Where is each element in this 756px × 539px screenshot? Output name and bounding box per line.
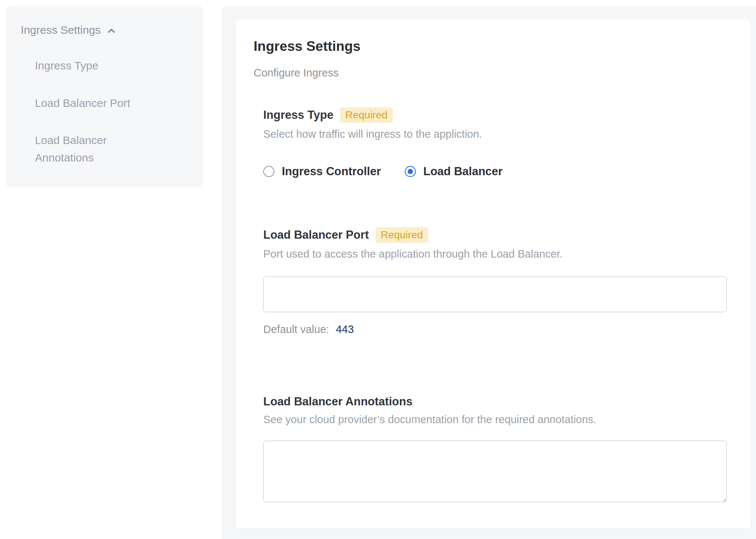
sidebar-group-ingress-settings[interactable]: Ingress Settings bbox=[21, 24, 188, 36]
radio-option-ingress-controller[interactable]: Ingress Controller bbox=[263, 165, 381, 178]
radio-option-load-balancer[interactable]: Load Balancer bbox=[405, 165, 503, 178]
load-balancer-port-input[interactable] bbox=[263, 277, 727, 312]
radio-button-icon bbox=[263, 166, 274, 177]
field-load-balancer-annotations: Load Balancer Annotations See your cloud… bbox=[254, 395, 727, 502]
required-badge: Required bbox=[375, 227, 428, 243]
ingress-settings-card: Ingress Settings Configure Ingress Ingre… bbox=[236, 19, 750, 528]
main-panel: Ingress Settings Configure Ingress Ingre… bbox=[222, 6, 756, 539]
ingress-type-help: Select how traffic will ingress to the a… bbox=[263, 128, 727, 140]
ingress-type-label: Ingress Type bbox=[263, 108, 333, 122]
radio-label: Load Balancer bbox=[423, 165, 503, 178]
default-value-row: Default value: 443 bbox=[263, 323, 727, 336]
chevron-up-icon bbox=[106, 25, 117, 36]
default-value: 443 bbox=[336, 323, 353, 335]
field-ingress-type: Ingress Type Required Select how traffic… bbox=[254, 107, 727, 178]
card-title: Ingress Settings bbox=[254, 39, 727, 54]
sidebar-item-load-balancer-annotations[interactable]: Load Balancer Annotations bbox=[21, 132, 151, 166]
field-load-balancer-port: Load Balancer Port Required Port used to… bbox=[254, 227, 727, 336]
load-balancer-port-label: Load Balancer Port bbox=[263, 228, 369, 242]
sidebar-group-label: Ingress Settings bbox=[21, 24, 101, 36]
sidebar-item-load-balancer-port[interactable]: Load Balancer Port bbox=[21, 95, 151, 112]
ingress-type-radio-group: Ingress Controller Load Balancer bbox=[263, 165, 727, 178]
load-balancer-annotations-textarea[interactable] bbox=[263, 441, 727, 502]
config-sidebar: Ingress Settings Ingress Type Load Balan… bbox=[6, 6, 203, 187]
radio-label: Ingress Controller bbox=[282, 165, 381, 178]
load-balancer-annotations-label: Load Balancer Annotations bbox=[263, 395, 413, 408]
load-balancer-port-help: Port used to access the application thro… bbox=[263, 248, 727, 260]
radio-button-icon bbox=[405, 166, 416, 177]
config-page: Ingress Settings Ingress Type Load Balan… bbox=[0, 0, 756, 539]
card-subtitle: Configure Ingress bbox=[254, 67, 727, 79]
sidebar-item-ingress-type[interactable]: Ingress Type bbox=[21, 57, 151, 75]
default-value-label: Default value: bbox=[263, 323, 329, 335]
required-badge: Required bbox=[340, 107, 393, 123]
load-balancer-annotations-help: See your cloud provider’s documentation … bbox=[263, 414, 727, 426]
